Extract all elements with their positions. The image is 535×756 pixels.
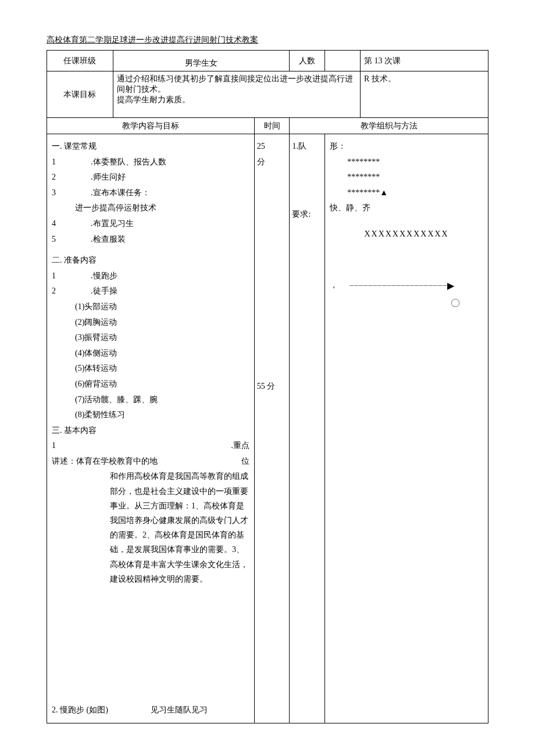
time-header: 时间 [254, 118, 290, 134]
section2-title: 二. 准备内容 [52, 253, 249, 268]
x-formation: XXXXXXXXXXXX [330, 227, 483, 242]
time-column: 25 分 55 分 [254, 134, 290, 723]
main-content-row: 一. 课堂常规 1.体委整队、报告人数 2.师生问好 3.宣布本课任务： 进一步… [47, 134, 488, 723]
exercise-6: (6)俯背运动 [75, 377, 249, 392]
time-1: 25 [257, 139, 287, 155]
org-header: 教学组织与方法 [290, 118, 488, 134]
routine-item-3: 3.宣布本课任务： [52, 185, 249, 201]
arrow-head-icon: ▶ [447, 277, 454, 295]
routine-item-4: 4.布置见习生 [52, 216, 249, 232]
org-label-2: 要求: [292, 207, 322, 223]
goal-right-note: R 技术。 [360, 71, 488, 118]
exercise-5: (5)体转运动 [75, 361, 249, 377]
class-value: 男学生女 [113, 51, 290, 71]
routine-item-2: 2.师生问好 [52, 170, 249, 185]
goal-label: 本课目标 [47, 71, 113, 118]
basic-item-1: 1 .重点 [52, 438, 249, 454]
teaching-content: 一. 课堂常规 1.体委整队、报告人数 2.师生问好 3.宣布本课任务： 进一步… [47, 134, 255, 723]
column-header-row: 教学内容与目标 时间 教学组织与方法 [47, 118, 488, 134]
routine-item-5: 5.检查服装 [52, 232, 249, 248]
arrow-dashes: ––––––––––––––––––––– [349, 278, 447, 293]
page-title: 高校体育第二学期足球进一步改进提高行进间射门技术教案 [47, 35, 488, 45]
exercise-3: (3)振臂运动 [75, 330, 249, 346]
goal-line1: 通过介绍和练习使其初步了解直接间接定位出进一步改进提高行进间射门技术。 [117, 74, 356, 95]
exercise-7: (7)活动髋、膝、踝、腕 [75, 392, 249, 408]
exercise-4: (4)体侧运动 [75, 346, 249, 361]
bottom-cut-line: 2. 慢跑步 (如图) 见习生随队见习 [52, 703, 249, 718]
lesson-plan-table: 任课班级 男学生女 人数 第 13 次课 本课目标 通过介绍和练习使其初步了解直… [47, 50, 488, 723]
exercise-1: (1)头部运动 [75, 299, 249, 315]
goal-content: 通过介绍和练习使其初步了解直接间接定位出进一步改进提高行进间射门技术。 提高学生… [113, 71, 360, 118]
formation-row-1: ******** [347, 155, 483, 170]
requirement-text: 快、静、齐 [330, 200, 483, 216]
goal-row: 本课目标 通过介绍和练习使其初步了解直接间接定位出进一步改进提高行进间射门技术。… [47, 71, 488, 118]
count-label: 人数 [290, 51, 325, 71]
class-label: 任课班级 [47, 51, 113, 71]
lesson-number: 第 13 次课 [360, 51, 488, 71]
prep-item-1: 1.慢跑步 [52, 268, 249, 284]
section1-title: 一. 课堂常规 [52, 139, 249, 155]
org-label-column: 1.队 要求: [290, 134, 325, 723]
formation-row-3: ********▲ [347, 185, 483, 201]
circle-marker: 〇 [330, 295, 483, 312]
goal-line2: 提高学生耐力素质。 [117, 95, 356, 105]
header-row: 任课班级 男学生女 人数 第 13 次课 [47, 51, 488, 71]
arrow-comma: ， [330, 278, 338, 293]
formation-label: 形： [330, 139, 483, 155]
exercise-8: (8)柔韧性练习 [75, 407, 249, 423]
time-1-unit: 分 [257, 155, 287, 170]
routine-item-1: 1.体委整队、报告人数 [52, 155, 249, 170]
routine-item-3-sub: 进一步提高停运射技术 [75, 200, 249, 216]
exercise-2: (2)阔胸运动 [75, 315, 249, 331]
prep-item-2: 2.徒手操 [52, 284, 249, 299]
content-header: 教学内容与目标 [47, 118, 255, 134]
time-2: 55 分 [257, 379, 287, 395]
lecture-topic: 讲述：体育在学校教育中的地 位 [52, 454, 249, 470]
lecture-paragraph: 和作用高校体育是我国高等教育的组成部分，也是社会主义建设中的一项重要事业。从三方… [110, 469, 249, 586]
org-content-column: 形： ******** ******** ********▲ 快、静、齐 XXX… [325, 134, 488, 723]
arrow-diagram: ， ––––––––––––––––––––– ▶ [330, 277, 483, 295]
count-value [325, 51, 361, 71]
formation-row-2: ******** [347, 170, 483, 185]
org-label-1: 1.队 [292, 139, 322, 155]
section3-title: 三. 基本内容 [52, 423, 249, 439]
